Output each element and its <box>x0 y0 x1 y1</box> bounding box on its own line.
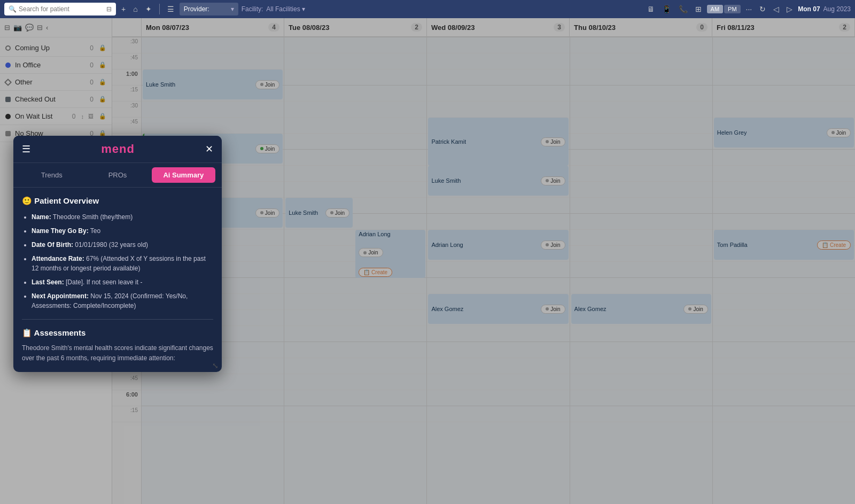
modal-close-button[interactable]: ✕ <box>205 143 213 155</box>
modal-tabs: Trends PROs Ai Summary <box>13 163 222 188</box>
top-nav: 🔍 ⊟ + ⌂ ✦ ☰ Provider: ▾ Facility: All Fa… <box>0 0 855 18</box>
search-icon: 🔍 <box>9 5 17 13</box>
desktop-icon[interactable]: 🖥 <box>645 4 657 14</box>
nav-right: 🖥 📱 📞 ⊞ AM PM ··· ↻ ◁ ▷ Mon 07 Aug 2023 <box>645 4 851 14</box>
more-options-button[interactable]: ··· <box>744 4 755 14</box>
grid-icon[interactable]: ⊞ <box>693 4 704 14</box>
sync-button[interactable]: ↻ <box>757 4 768 14</box>
list-view-button[interactable]: ☰ <box>165 4 176 14</box>
list-item-name: Name: Theodore Smith (they/them) <box>32 212 213 222</box>
search-input[interactable] <box>19 5 104 13</box>
list-item-next-appt: Next Appointment: Nov 15, 2024 (Confirme… <box>32 291 213 311</box>
section-divider <box>22 319 213 320</box>
filter-icon[interactable]: ⊟ <box>106 5 112 13</box>
list-item-last-seen: Last Seen: [Date]. If not seen leave it … <box>32 277 213 287</box>
tab-ai-summary[interactable]: Ai Summary <box>152 167 215 183</box>
modal-title: mend <box>30 142 205 156</box>
modal-menu-button[interactable]: ☰ <box>22 143 30 155</box>
overview-list: Name: Theodore Smith (they/them) Name Th… <box>22 212 213 311</box>
current-day: Mon 07 <box>798 5 820 13</box>
tablet-icon[interactable]: 📱 <box>660 4 673 14</box>
phone-icon[interactable]: 📞 <box>677 4 690 14</box>
modal-header: ☰ mend ✕ <box>13 136 222 163</box>
assessments-text: Theodore Smith's mental health scores in… <box>22 343 213 363</box>
am-pm-toggle: AM PM <box>707 5 741 13</box>
prev-week-button[interactable]: ◁ <box>771 4 781 14</box>
list-item-goes-by: Name They Go By: Teo <box>32 226 213 236</box>
facility-selector[interactable]: All Facilities ▾ <box>266 5 305 13</box>
add-button[interactable]: + <box>119 4 128 14</box>
tab-pros[interactable]: PROs <box>86 167 149 183</box>
tab-trends[interactable]: Trends <box>20 167 83 183</box>
assessments-heading: 📋 Assessments <box>22 328 213 338</box>
search-box[interactable]: 🔍 ⊟ <box>4 3 116 15</box>
am-button[interactable]: AM <box>707 5 724 13</box>
modal-card: ☰ mend ✕ Trends PROs Ai Summary 🙂 Patien… <box>13 136 222 372</box>
provider-selector[interactable]: Provider: ▾ <box>180 3 238 15</box>
modal-body: 🙂 Patient Overview Name: Theodore Smith … <box>13 188 222 372</box>
facility-label: Facility: <box>242 5 263 13</box>
resize-handle[interactable]: ⤡ <box>212 361 219 370</box>
provider-label: Provider: <box>184 5 209 13</box>
modal-overlay[interactable]: ☰ mend ✕ Trends PROs Ai Summary 🙂 Patien… <box>0 18 855 504</box>
patient-overview-heading: 🙂 Patient Overview <box>22 196 213 206</box>
star-button[interactable]: ✦ <box>143 4 154 14</box>
list-item-dob: Date Of Birth: 01/01/1980 (32 years old) <box>32 240 213 250</box>
pm-button[interactable]: PM <box>724 5 741 13</box>
list-item-attendance: Attendance Rate: 67% (Attended X of Y se… <box>32 254 213 273</box>
next-week-button[interactable]: ▷ <box>784 4 795 14</box>
current-month: Aug 2023 <box>823 5 851 13</box>
home-button[interactable]: ⌂ <box>131 4 139 14</box>
